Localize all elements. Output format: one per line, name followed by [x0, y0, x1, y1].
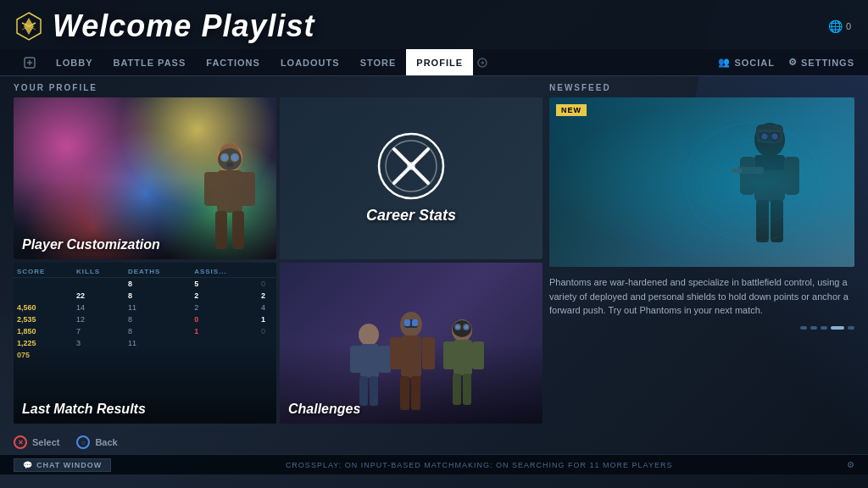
select-control[interactable]: ✕ Select [14, 435, 59, 449]
match-label: Last Match Results [22, 402, 146, 417]
svg-rect-24 [379, 346, 391, 373]
col-assists: ASSIS... [191, 266, 258, 278]
svg-point-53 [772, 134, 778, 140]
profile-panel: YOUR PROFILE [14, 83, 542, 424]
tile-player-customization[interactable]: Player Customization [14, 97, 276, 259]
svg-rect-8 [240, 172, 255, 206]
svg-rect-61 [756, 200, 769, 242]
nav-item-loadouts[interactable]: LOADOUTS [270, 49, 350, 75]
chat-icon: 💬 [23, 461, 33, 469]
dot-3[interactable] [821, 326, 827, 330]
svg-rect-7 [204, 172, 220, 206]
svg-rect-29 [390, 337, 403, 369]
svg-rect-10 [232, 211, 244, 249]
challenges-label: Challenges [288, 402, 360, 417]
back-label: Back [95, 437, 117, 447]
table-row: 2,535 12 8 0 1 [14, 313, 276, 325]
dot-2[interactable] [810, 326, 817, 330]
social-label: SOCIAL [734, 58, 775, 68]
svg-rect-25 [359, 376, 368, 406]
settings-button[interactable]: ⚙ SETTINGS [788, 57, 854, 68]
dot-5[interactable] [848, 326, 854, 330]
dot-4[interactable] [831, 326, 844, 330]
back-icon: ○ [76, 435, 90, 449]
svg-rect-30 [422, 337, 435, 369]
svg-rect-32 [411, 376, 420, 410]
header-right: 🌐 0 [828, 19, 851, 33]
col-extra [258, 266, 276, 278]
settings-label: SETTINGS [801, 58, 854, 68]
header: Welcome Playlist 🌐 0 [0, 0, 868, 49]
svg-rect-17 [226, 163, 233, 167]
svg-rect-9 [215, 211, 227, 249]
table-row: 22 8 2 2 [14, 290, 276, 302]
table-row: 4,560 14 11 2 4 [14, 302, 276, 313]
nav-item-lobby[interactable]: LOBBY [46, 49, 103, 75]
status-right-icon: ⚙ [847, 460, 854, 469]
tile-career-stats[interactable]: Career Stats [280, 97, 542, 259]
phantom-artwork [668, 106, 837, 258]
main-content: YOUR PROFILE [0, 76, 868, 430]
svg-rect-38 [443, 341, 455, 369]
svg-text:✦: ✦ [480, 59, 486, 67]
svg-point-20 [407, 162, 415, 170]
page-title: Welcome Playlist [53, 8, 828, 44]
col-deaths: DEATHS [125, 266, 191, 278]
svg-rect-58 [784, 157, 799, 195]
svg-rect-6 [217, 170, 242, 213]
svg-rect-54 [758, 130, 782, 132]
nav-home-icon[interactable] [14, 49, 46, 75]
nav-item-battle-pass[interactable]: BATTLE PASS [103, 49, 197, 75]
character-silhouette [192, 141, 268, 259]
chat-window-button[interactable]: 💬 Chat Window [14, 458, 111, 472]
navigation-bar: LOBBY BATTLE PASS FACTIONS LOADOUTS STOR… [0, 49, 868, 76]
nav-item-profile[interactable]: PROFILE [406, 49, 473, 75]
svg-rect-34 [404, 319, 410, 326]
status-text: CROSSPLAY: ON INPUT-BASED MATCHMAKING: O… [128, 461, 830, 469]
svg-rect-23 [350, 346, 362, 373]
career-label: Career Stats [366, 207, 456, 225]
newsfeed-image[interactable]: NEW [549, 97, 854, 267]
newsfeed-pagination [549, 326, 854, 330]
social-button[interactable]: 👥 SOCIAL [718, 57, 775, 68]
globe-icon: 🌐 [828, 19, 843, 33]
social-icon: 👥 [718, 57, 731, 68]
svg-point-21 [359, 324, 379, 346]
col-kills: KILLS [73, 266, 125, 278]
profile-grid: Player Customization Career Stats [14, 97, 542, 424]
svg-rect-60 [732, 169, 742, 173]
table-row: 8 5 0 [14, 277, 276, 290]
career-icon [377, 132, 445, 200]
svg-rect-31 [400, 376, 409, 410]
svg-rect-40 [453, 374, 461, 405]
dot-1[interactable] [800, 326, 807, 330]
svg-point-15 [222, 155, 227, 160]
svg-rect-59 [738, 167, 764, 174]
bottom-controls: ✕ Select ○ Back [14, 435, 118, 449]
game-logo-icon [14, 11, 44, 42]
svg-point-46 [465, 325, 469, 330]
svg-rect-22 [360, 344, 379, 378]
tile-challenges[interactable]: Challenges [280, 263, 542, 424]
svg-point-52 [762, 134, 768, 140]
svg-point-16 [232, 155, 237, 160]
select-icon: ✕ [14, 435, 27, 449]
newsfeed-header: NEWSFEED [549, 83, 854, 92]
svg-rect-28 [401, 336, 421, 378]
svg-rect-41 [463, 374, 471, 405]
nav-right-buttons: 👥 SOCIAL ⚙ SETTINGS [718, 57, 854, 68]
back-control[interactable]: ○ Back [76, 435, 117, 449]
customization-label: Player Customization [22, 237, 160, 252]
svg-rect-26 [370, 376, 378, 406]
chat-label: Chat Window [36, 461, 102, 469]
svg-rect-39 [472, 341, 484, 369]
currency-amount: 0 [846, 21, 851, 31]
nav-item-store[interactable]: STORE [350, 49, 407, 75]
svg-rect-35 [412, 319, 418, 326]
new-badge: NEW [556, 104, 587, 116]
svg-rect-37 [453, 340, 472, 375]
tile-last-match[interactable]: SCORE KILLS DEATHS ASSIS... 8 [14, 263, 276, 424]
col-score: SCORE [14, 266, 73, 278]
nav-item-factions[interactable]: FACTIONS [196, 49, 270, 75]
bottom-bar: ✕ Select ○ Back [0, 430, 868, 454]
